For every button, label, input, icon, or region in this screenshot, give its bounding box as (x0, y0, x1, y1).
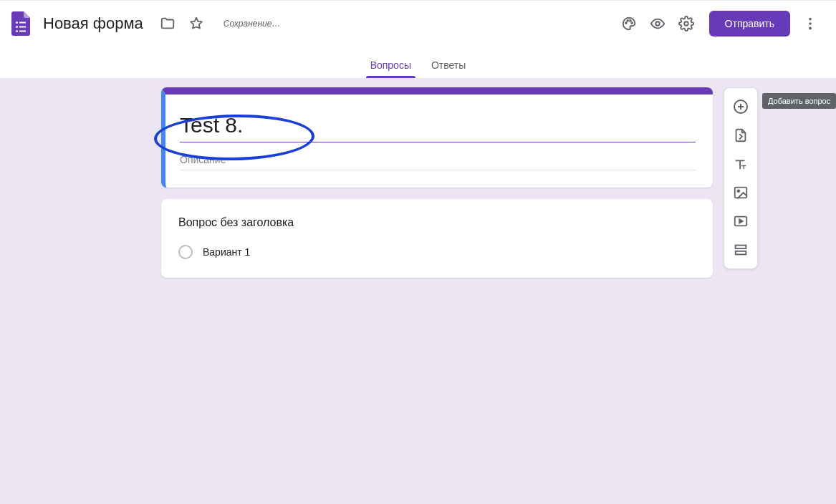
add-question-button[interactable] (728, 94, 754, 120)
question-option-row[interactable]: Вариант 1 (178, 245, 696, 259)
form-description-input[interactable] (180, 142, 696, 170)
star-icon[interactable] (182, 9, 211, 38)
form-canvas: Вопрос без заголовка Вариант 1 (161, 87, 713, 278)
svg-point-14 (809, 26, 812, 29)
preview-icon[interactable] (643, 9, 672, 38)
svg-point-19 (737, 190, 739, 192)
import-questions-button[interactable] (728, 122, 754, 148)
svg-point-11 (684, 21, 688, 26)
option-label: Вариант 1 (203, 246, 250, 258)
add-title-button[interactable] (728, 151, 754, 177)
work-area: Вопрос без заголовка Вариант 1 (0, 79, 836, 504)
side-toolbar (724, 87, 758, 269)
svg-point-7 (627, 19, 628, 21)
svg-rect-4 (16, 30, 18, 32)
palette-icon[interactable] (615, 9, 643, 38)
svg-rect-5 (19, 30, 26, 32)
svg-point-6 (625, 22, 627, 24)
svg-point-9 (631, 22, 633, 24)
svg-rect-0 (16, 21, 18, 24)
svg-point-8 (629, 19, 630, 21)
tab-questions[interactable]: Вопросы (360, 59, 421, 78)
tabs-row: Вопросы Ответы (0, 46, 836, 79)
add-image-button[interactable] (728, 180, 754, 205)
forms-logo[interactable] (11, 11, 30, 36)
add-question-tooltip: Добавить вопрос (762, 93, 836, 109)
document-title[interactable]: Новая форма (43, 14, 143, 33)
save-state-label: Сохранение… (224, 19, 281, 29)
more-vert-icon[interactable] (796, 9, 825, 38)
form-title-input[interactable] (180, 112, 696, 142)
svg-rect-1 (19, 21, 26, 23)
top-bar: Новая форма Сохранение… Отправить (0, 0, 836, 46)
form-header-card[interactable] (161, 87, 713, 188)
svg-point-13 (809, 22, 812, 25)
folder-icon[interactable] (153, 9, 182, 38)
svg-rect-21 (736, 246, 746, 249)
svg-rect-18 (735, 188, 747, 198)
add-video-button[interactable] (728, 208, 754, 234)
radio-empty-icon (178, 245, 193, 259)
settings-icon[interactable] (672, 9, 701, 38)
svg-point-12 (809, 17, 812, 20)
add-section-button[interactable] (728, 237, 754, 263)
svg-point-10 (655, 21, 660, 26)
question-card[interactable]: Вопрос без заголовка Вариант 1 (161, 199, 713, 278)
svg-rect-22 (736, 251, 746, 255)
question-title[interactable]: Вопрос без заголовка (178, 216, 696, 229)
svg-rect-2 (16, 26, 18, 28)
send-button[interactable]: Отправить (709, 11, 790, 37)
tab-responses[interactable]: Ответы (421, 59, 476, 78)
svg-rect-3 (19, 26, 26, 27)
